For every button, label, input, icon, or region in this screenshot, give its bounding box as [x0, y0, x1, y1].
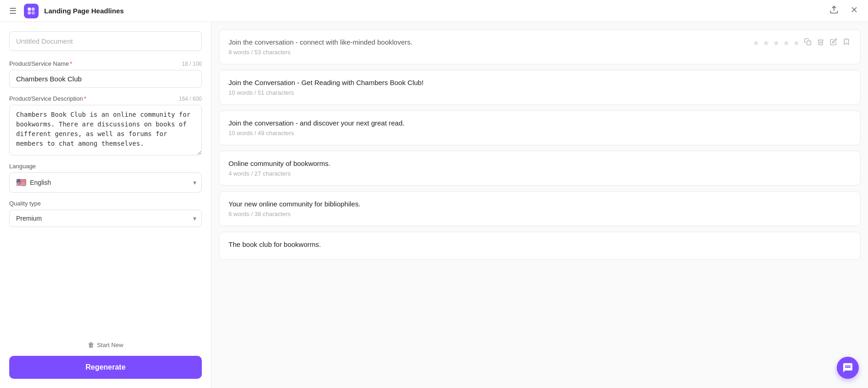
svg-rect-1	[32, 7, 35, 11]
app-header: ☰ Landing Page Headlines	[0, 0, 868, 22]
star-1-2[interactable]: ★	[763, 39, 769, 47]
description-label-row: Product/Service Description* 164 / 600	[9, 95, 202, 102]
svg-rect-3	[32, 11, 35, 14]
copy-icon-1[interactable]	[803, 37, 812, 48]
product-name-label-row: Product/Service Name* 18 / 100	[9, 60, 202, 67]
close-button[interactable]	[848, 3, 861, 18]
language-select[interactable]: 🇺🇸 English	[9, 172, 202, 193]
delete-icon-1[interactable]	[816, 37, 825, 48]
star-1-1[interactable]: ★	[753, 39, 759, 47]
result-card-4: Online community of bookworms. 4 words /…	[219, 151, 861, 186]
chatbot-button[interactable]	[837, 357, 859, 379]
regenerate-button[interactable]: Regenerate	[9, 356, 202, 379]
product-name-input[interactable]	[9, 70, 202, 88]
card-actions-1: ★ ★ ★ ★ ★	[753, 37, 851, 48]
result-headline-4: Online community of bookworms.	[228, 160, 851, 167]
result-card-6: The book club for bookworms.	[219, 232, 861, 260]
star-1-3[interactable]: ★	[773, 39, 779, 47]
result-headline-5: Your new online community for bibliophil…	[228, 200, 851, 208]
result-meta-2: 10 words / 51 characters	[228, 89, 851, 96]
header-right	[828, 3, 861, 18]
bookmark-icon-1[interactable]	[842, 37, 851, 48]
result-card-5: Your new online community for bibliophil…	[219, 191, 861, 226]
start-new-label: Start New	[97, 342, 123, 348]
start-new-button[interactable]: 🗑 Start New	[88, 341, 123, 348]
product-name-label: Product/Service Name*	[9, 60, 72, 67]
product-name-count: 18 / 100	[182, 61, 202, 67]
quality-label: Quality type	[9, 200, 202, 207]
main-content: Product/Service Name* 18 / 100 Product/S…	[0, 22, 868, 388]
trash-icon: 🗑	[88, 341, 94, 348]
header-left: ☰ Landing Page Headlines	[7, 4, 124, 18]
quality-value: Premium	[16, 215, 42, 222]
hamburger-button[interactable]: ☰	[7, 4, 18, 18]
language-flag: 🇺🇸	[16, 177, 26, 188]
result-card-3: Join the conversation - and discover you…	[219, 110, 861, 145]
result-meta-1: 8 words / 53 characters	[228, 49, 851, 56]
result-card-2: Join the Conversation - Get Reading with…	[219, 70, 861, 105]
upload-button[interactable]	[828, 3, 840, 18]
svg-rect-0	[28, 7, 31, 11]
header-title: Landing Page Headlines	[44, 7, 124, 15]
svg-rect-2	[28, 11, 31, 14]
quality-select[interactable]: Premium	[9, 210, 202, 227]
result-headline-3: Join the conversation - and discover you…	[228, 119, 851, 127]
star-1-4[interactable]: ★	[783, 39, 789, 47]
star-1-5[interactable]: ★	[793, 39, 799, 47]
right-panel: Join the conversation - connect with lik…	[211, 22, 868, 388]
svg-rect-7	[807, 41, 811, 45]
result-meta-3: 10 words / 49 characters	[228, 130, 851, 137]
result-headline-2: Join the Conversation - Get Reading with…	[228, 79, 851, 86]
description-count: 164 / 600	[179, 96, 202, 102]
language-select-wrapper: 🇺🇸 English ▾	[9, 172, 202, 193]
result-headline-6: The book club for bookworms.	[228, 240, 851, 248]
result-meta-5: 6 words / 38 characters	[228, 211, 851, 217]
result-meta-4: 4 words / 27 characters	[228, 170, 851, 177]
description-label: Product/Service Description*	[9, 95, 86, 102]
edit-icon-1[interactable]	[829, 37, 838, 48]
description-textarea[interactable]: Chambers Book Club is an online communit…	[9, 105, 202, 155]
result-headline-1: Join the conversation - connect with lik…	[228, 38, 412, 46]
language-label: Language	[9, 163, 202, 170]
left-panel: Product/Service Name* 18 / 100 Product/S…	[0, 22, 211, 388]
quality-select-wrapper: Premium ▾	[9, 210, 202, 227]
language-value: English	[30, 179, 51, 186]
result-card-1: Join the conversation - connect with lik…	[219, 29, 861, 64]
document-title-input[interactable]	[9, 31, 202, 51]
logo-icon	[24, 4, 39, 18]
